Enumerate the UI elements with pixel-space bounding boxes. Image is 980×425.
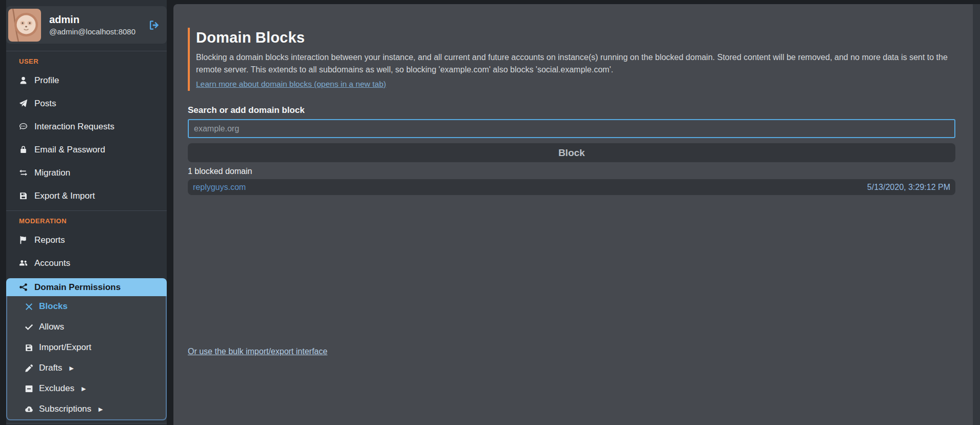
- sloth-avatar[interactable]: [8, 9, 41, 42]
- sign-out-icon[interactable]: [148, 19, 161, 31]
- blocked-count: 1 blocked domain: [188, 166, 955, 177]
- page-description: Blocking a domain blocks interaction bet…: [196, 51, 955, 76]
- user-icon: [19, 76, 28, 85]
- sidebar-item-interaction-requests[interactable]: Interaction Requests: [6, 115, 167, 138]
- sidebar-item-label: Reports: [34, 235, 65, 245]
- sidebar-item-migration[interactable]: Migration: [6, 161, 167, 184]
- pencil-icon: [25, 364, 33, 372]
- sidebar-item-blocks[interactable]: Blocks: [7, 296, 166, 317]
- sidebar-item-drafts[interactable]: Drafts ▶: [7, 358, 166, 378]
- sidebar-item-label: Interaction Requests: [34, 122, 114, 132]
- x-icon: [25, 302, 33, 311]
- sidebar-item-label: Export & Import: [34, 191, 95, 201]
- learn-more-link[interactable]: Learn more about domain blocks (opens in…: [196, 80, 386, 88]
- floppy-disk-icon: [25, 343, 33, 352]
- sidebar-item-import-export[interactable]: Import/Export: [7, 337, 166, 358]
- main-panel: Domain Blocks Blocking a domain blocks i…: [173, 4, 980, 425]
- caret-right-icon: ▶: [69, 363, 73, 373]
- sidebar-item-label: Accounts: [34, 258, 70, 268]
- paper-plane-icon: [19, 99, 28, 108]
- flag-icon: [19, 236, 28, 244]
- sidebar-item-excludes[interactable]: Excludes ▶: [7, 378, 166, 399]
- check-icon: [25, 323, 33, 331]
- domain-permissions-submenu: Blocks Allows Import/Export Drafts ▶: [6, 296, 167, 420]
- sidebar-item-label: Drafts: [39, 363, 62, 373]
- page-heading-block: Domain Blocks Blocking a domain blocks i…: [188, 28, 955, 91]
- sidebar-item-subscriptions[interactable]: Subscriptions ▶: [7, 399, 166, 419]
- cloud-download-icon: [25, 405, 33, 413]
- lock-icon: [19, 145, 28, 154]
- caret-right-icon: ▶: [99, 404, 103, 414]
- blocked-domain-date: 5/13/2020, 3:29:12 PM: [867, 183, 950, 192]
- divider: [6, 423, 167, 423]
- search-label: Search or add domain block: [188, 105, 955, 115]
- blocked-domain-row[interactable]: replyguys.com 5/13/2020, 3:29:12 PM: [188, 179, 955, 195]
- user-card: admin @admin@localhost:8080: [6, 6, 167, 44]
- bulk-import-export-link[interactable]: Or use the bulk import/export interface: [188, 347, 327, 356]
- user-nav: Profile Posts Interaction Requests Email…: [6, 69, 167, 207]
- layout-gutter: [167, 0, 173, 425]
- moderation-nav: Reports Accounts: [6, 228, 167, 275]
- floppy-disk-icon: [19, 191, 28, 200]
- sidebar-item-domain-permissions[interactable]: Domain Permissions: [6, 278, 167, 296]
- domain-permissions-group: Domain Permissions Blocks Allows Import/…: [6, 278, 167, 420]
- page-title: Domain Blocks: [196, 29, 955, 46]
- sidebar-item-label: Import/Export: [39, 342, 91, 353]
- section-label-user: USER: [6, 51, 167, 65]
- minus-square-icon: [25, 384, 33, 393]
- sidebar-item-allows[interactable]: Allows: [7, 317, 166, 337]
- sidebar-item-label: Posts: [34, 99, 56, 109]
- sidebar-item-accounts[interactable]: Accounts: [6, 252, 167, 275]
- blocked-domain-name: replyguys.com: [193, 183, 246, 192]
- user-name: admin: [49, 13, 135, 26]
- sidebar-item-label: Allows: [39, 322, 64, 332]
- user-handle: @admin@localhost:8080: [49, 26, 135, 37]
- block-button[interactable]: Block: [188, 143, 955, 162]
- comment-dots-icon: [19, 122, 28, 131]
- sidebar-item-label: Subscriptions: [39, 404, 91, 414]
- sidebar-item-reports[interactable]: Reports: [6, 228, 167, 252]
- sidebar-item-label: Excludes: [39, 383, 74, 394]
- sidebar-item-profile[interactable]: Profile: [6, 69, 167, 92]
- sidebar-item-label: Profile: [34, 75, 59, 86]
- sidebar-item-label: Email & Password: [34, 145, 105, 155]
- section-label-moderation: MODERATION: [6, 211, 167, 224]
- domain-search-input[interactable]: [188, 119, 955, 138]
- scrollbar[interactable]: [973, 4, 980, 425]
- sidebar: admin @admin@localhost:8080 USER Profile…: [6, 0, 167, 425]
- sidebar-item-export-import[interactable]: Export & Import: [6, 184, 167, 207]
- share-nodes-icon: [19, 283, 28, 292]
- sidebar-item-label: Domain Permissions: [34, 282, 121, 293]
- exchange-arrows-icon: [19, 168, 28, 177]
- sidebar-item-label: Migration: [34, 168, 70, 178]
- sidebar-item-posts[interactable]: Posts: [6, 92, 167, 115]
- caret-right-icon: ▶: [82, 383, 86, 394]
- sidebar-item-label: Blocks: [39, 301, 68, 312]
- users-icon: [19, 259, 28, 267]
- user-info: admin @admin@localhost:8080: [49, 13, 135, 37]
- sidebar-item-email-password[interactable]: Email & Password: [6, 138, 167, 161]
